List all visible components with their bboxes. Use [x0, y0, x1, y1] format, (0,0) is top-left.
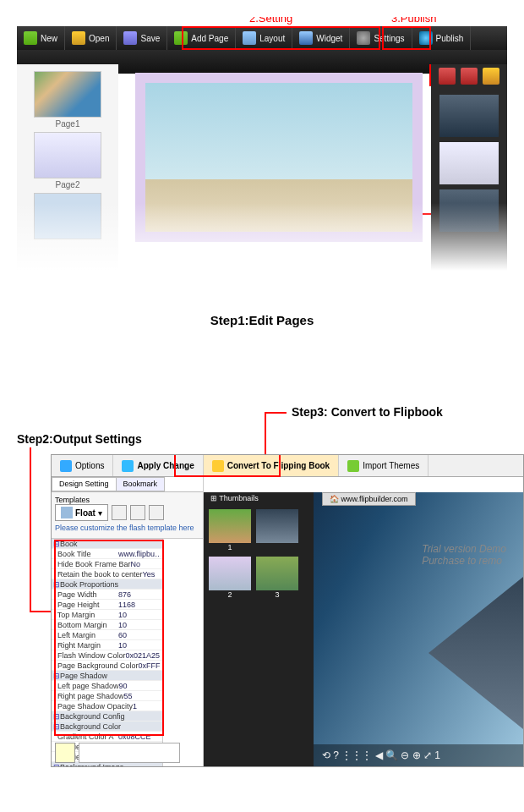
preview-thumb[interactable] — [256, 509, 298, 551]
page-thumb[interactable]: Page2 — [34, 132, 101, 189]
thumb-img — [256, 509, 298, 543]
thumb-img — [209, 509, 251, 543]
bottom-annotations: Step3: Convert to Flipbook Step2:Output … — [17, 403, 507, 454]
address-bar[interactable]: 🏠 www.flipbuilder.com — [322, 492, 416, 506]
step2-line-v — [30, 447, 31, 611]
step2-label: Step2:Output Settings — [17, 432, 142, 446]
preview-thumb[interactable]: 2 — [209, 557, 251, 599]
redbox-publish — [382, 26, 431, 50]
folder-button[interactable] — [55, 743, 75, 763]
preview-thumb[interactable]: 1 — [209, 509, 251, 551]
thumb-img — [209, 557, 251, 590]
preview-thumb[interactable]: 3 — [256, 557, 298, 599]
template-icon — [61, 507, 73, 518]
template-btn[interactable] — [130, 505, 145, 520]
thumbnails-label: ⊞ Thumbnails — [210, 494, 259, 502]
bookmark-tab[interactable]: Bookmark — [116, 477, 166, 491]
photo-item[interactable] — [439, 95, 499, 137]
top-tabs: Options Apply Change Convert To Flipping… — [52, 455, 523, 477]
save-button[interactable]: Save — [117, 26, 167, 50]
thumb-image — [34, 132, 101, 178]
template-btn[interactable] — [112, 505, 127, 520]
anno-publish: 3.Publish — [391, 17, 436, 25]
trial-watermark: Trial version Demo Purchase to remo — [422, 543, 506, 567]
output-settings-screenshot: Options Apply Change Convert To Flipping… — [51, 454, 524, 767]
preview-area: ⊞ Thumbnails 🏠 www.flipbuilder.com 1 2 3… — [204, 492, 523, 766]
photo-tool-button[interactable] — [461, 68, 478, 85]
photo-toolbar — [431, 68, 507, 85]
import-themes-button[interactable]: Import Themes — [339, 455, 428, 476]
chevron-down-icon: ▾ — [98, 508, 102, 518]
add-photo-button[interactable] — [439, 68, 456, 85]
new-button[interactable]: New — [17, 26, 65, 50]
thumb-image — [34, 71, 101, 118]
fade-overlay — [17, 203, 507, 271]
bottom-tool-buttons — [55, 743, 180, 763]
new-icon — [24, 31, 37, 45]
step3-line-h — [265, 412, 287, 414]
open-icon — [72, 31, 85, 45]
redbox-convert — [174, 454, 281, 477]
path-field[interactable] — [79, 743, 180, 763]
design-setting-tab[interactable]: Design Setting — [52, 477, 117, 491]
page-thumb[interactable]: Page1 — [34, 71, 101, 129]
redbox-props — [54, 540, 164, 736]
template-btn[interactable] — [149, 505, 164, 520]
options-icon — [60, 460, 72, 472]
photo-item[interactable] — [439, 142, 499, 184]
redbox-settings-group — [182, 26, 380, 50]
save-icon — [123, 31, 137, 45]
template-area: Templates Float▾ Please customize the fl… — [52, 492, 203, 539]
preview-nav-bar[interactable]: ⟲ ? ⋮⋮⋮ ◀ 🔍 ⊖ ⊕ ⤢ 1 — [314, 744, 523, 766]
flip-page-preview[interactable] — [388, 577, 523, 729]
thumb-img — [256, 557, 298, 590]
options-tab[interactable]: Options — [52, 455, 113, 476]
anno-setting: 2.Setting — [249, 17, 292, 25]
step3-label: Step3: Convert to Flipbook — [292, 405, 443, 419]
open-button[interactable]: Open — [65, 26, 117, 50]
template-select[interactable]: Float▾ — [55, 504, 108, 521]
import-icon — [347, 460, 359, 472]
template-note: Please customize the flash template here — [55, 521, 199, 535]
templates-label: Templates — [55, 496, 199, 504]
apply-icon — [122, 460, 134, 472]
photo-tool-button[interactable] — [483, 68, 499, 85]
preview-thumb-panel: 1 2 3 — [204, 492, 314, 766]
edit-pages-screenshot: 2.Setting 3.Publish 1.Add Photo New Open… — [17, 17, 507, 271]
subtabs: Design Setting Bookmark — [52, 477, 203, 492]
step1-label: Step1:Edit Pages — [17, 313, 507, 327]
